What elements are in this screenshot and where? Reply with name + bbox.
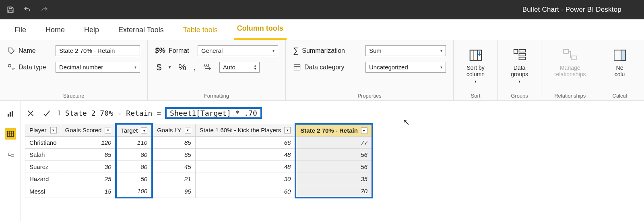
summarization-select[interactable]: Sum▾ <box>365 45 446 56</box>
col-header-state1[interactable]: State 1 60% - Kick the Players▾ <box>195 124 295 137</box>
table-row[interactable]: Salah8580654856 <box>25 149 372 161</box>
col-header-goals[interactable]: Goals Scored▾ <box>61 124 116 137</box>
filter-dropdown-icon[interactable]: ▾ <box>50 127 57 133</box>
col-header-state2[interactable]: State 2 70% - Retain▾ <box>295 124 372 137</box>
cell-s2[interactable]: 56 <box>295 149 372 161</box>
stepper-down-icon[interactable]: ▾ <box>254 67 256 71</box>
cell-target[interactable]: 80 <box>116 161 152 173</box>
col-header-goalsly[interactable]: Goals LY▾ <box>152 124 195 137</box>
table-row[interactable]: Christiano120110856677 <box>25 137 372 149</box>
svg-rect-10 <box>519 50 525 52</box>
datatype-icon: 123 <box>7 63 15 71</box>
cancel-formula-button[interactable] <box>25 108 36 119</box>
cell-ly[interactable]: 21 <box>152 173 195 185</box>
cell-player[interactable]: Christiano <box>25 137 61 149</box>
cell-ly[interactable]: 95 <box>152 185 195 198</box>
model-view-icon[interactable] <box>5 148 16 160</box>
col-header-player[interactable]: Player▾ <box>25 124 61 137</box>
cell-s1[interactable]: 66 <box>195 137 295 149</box>
data-view-icon[interactable] <box>5 128 16 140</box>
format-select[interactable]: General▾ <box>198 45 278 56</box>
filter-dropdown-icon[interactable]: ▾ <box>284 127 291 133</box>
tab-home[interactable]: Home <box>42 21 68 40</box>
group-label-properties: Properties <box>293 91 446 99</box>
svg-rect-3 <box>294 65 300 70</box>
svg-rect-26 <box>11 154 14 156</box>
window-title: Bullet Chart - Power BI Desktop <box>48 6 638 14</box>
tab-column-tools[interactable]: Column tools <box>234 19 287 40</box>
cell-s1[interactable]: 30 <box>195 173 295 185</box>
table-row[interactable]: Messi15100956070 <box>25 185 372 198</box>
cell-ly[interactable]: 45 <box>152 161 195 173</box>
cell-player[interactable]: Hazard <box>25 173 61 185</box>
cell-s1[interactable]: 60 <box>195 185 295 198</box>
tab-external-tools[interactable]: External Tools <box>115 21 167 40</box>
cell-goals[interactable]: 25 <box>61 173 116 185</box>
datacategory-select[interactable]: Uncategorized▾ <box>365 62 446 73</box>
thousands-button[interactable]: , <box>192 62 198 73</box>
cell-player[interactable]: Suarez <box>25 161 61 173</box>
cell-s2[interactable]: 56 <box>295 161 372 173</box>
ribbon-group-relationships: Manage relationships Relationships <box>541 40 599 100</box>
ribbon-group-sort: Sort by column ▾ Sort <box>454 40 498 100</box>
datacategory-label: Data category <box>293 63 361 71</box>
tab-help[interactable]: Help <box>81 21 102 40</box>
filter-dropdown-icon[interactable]: ▾ <box>141 127 147 134</box>
cell-goals[interactable]: 30 <box>61 161 116 173</box>
name-label: Name <box>7 47 52 55</box>
formula-input[interactable]: 1 State 2 70% - Retain = Sheet1[Target] … <box>57 107 636 119</box>
filter-dropdown-icon[interactable]: ▾ <box>361 127 367 134</box>
cell-s1[interactable]: 48 <box>195 161 295 173</box>
cell-s1[interactable]: 48 <box>195 149 295 161</box>
tab-table-tools[interactable]: Table tools <box>180 21 221 40</box>
group-label-structure: Structure <box>7 91 140 99</box>
cell-ly[interactable]: 65 <box>152 149 195 161</box>
group-label-groups: Groups <box>505 91 534 99</box>
cell-s2[interactable]: 77 <box>295 137 372 149</box>
cell-s2[interactable]: 70 <box>295 185 372 198</box>
cell-ly[interactable]: 85 <box>152 137 195 149</box>
cell-s2[interactable]: 35 <box>295 173 372 185</box>
cell-player[interactable]: Messi <box>25 185 61 198</box>
name-input[interactable]: State 2 70% - Retain <box>56 45 140 56</box>
ribbon-group-groups: Data groups ▾ Groups <box>498 40 541 100</box>
commit-formula-button[interactable] <box>41 108 52 119</box>
tab-file[interactable]: File <box>11 21 29 40</box>
filter-dropdown-icon[interactable]: ▾ <box>105 127 111 133</box>
cell-target[interactable]: 110 <box>116 137 152 149</box>
decimal-places-input[interactable]: Auto ▴▾ <box>219 62 260 73</box>
svg-rect-19 <box>12 111 13 116</box>
cell-goals[interactable]: 15 <box>61 185 116 198</box>
currency-button[interactable]: $ <box>155 62 163 73</box>
save-icon[interactable] <box>6 6 14 14</box>
table-row[interactable]: Hazard2550213035 <box>25 173 372 185</box>
chevron-down-icon: ▾ <box>272 48 275 53</box>
sort-by-column-button[interactable]: Sort by column ▾ <box>461 45 490 86</box>
redo-icon[interactable] <box>40 6 48 14</box>
percent-button[interactable]: % <box>177 62 188 73</box>
table-row[interactable]: Suarez3080454856 <box>25 161 372 173</box>
decimal-icon[interactable]: .00 <box>202 63 215 72</box>
data-groups-button[interactable]: Data groups ▾ <box>505 45 534 86</box>
category-icon <box>293 63 301 71</box>
cell-goals[interactable]: 120 <box>61 137 116 149</box>
chevron-down-icon: ▾ <box>440 48 442 53</box>
datatype-select[interactable]: Decimal number▾ <box>56 62 140 73</box>
cell-target[interactable]: 100 <box>116 185 152 198</box>
cell-goals[interactable]: 85 <box>61 149 116 161</box>
chevron-down-icon: ▾ <box>518 79 520 83</box>
undo-icon[interactable] <box>23 6 31 14</box>
cell-player[interactable]: Salah <box>25 149 61 161</box>
col-header-target[interactable]: Target▾ <box>116 124 152 137</box>
svg-rect-18 <box>10 113 11 117</box>
currency-dropdown[interactable]: ▾ <box>167 65 173 70</box>
data-canvas: 1 State 2 70% - Retain = Sheet1[Target] … <box>21 101 644 221</box>
titlebar: Bullet Chart - Power BI Desktop <box>0 0 644 19</box>
svg-rect-13 <box>564 50 569 54</box>
cell-target[interactable]: 80 <box>116 149 152 161</box>
cell-target[interactable]: 50 <box>116 173 152 185</box>
report-view-icon[interactable] <box>5 108 16 119</box>
table-header-row: Player▾ Goals Scored▾ Target▾ Goals LY▾ … <box>25 124 372 137</box>
new-column-button[interactable]: Ne colu <box>607 45 633 80</box>
filter-dropdown-icon[interactable]: ▾ <box>185 127 191 133</box>
